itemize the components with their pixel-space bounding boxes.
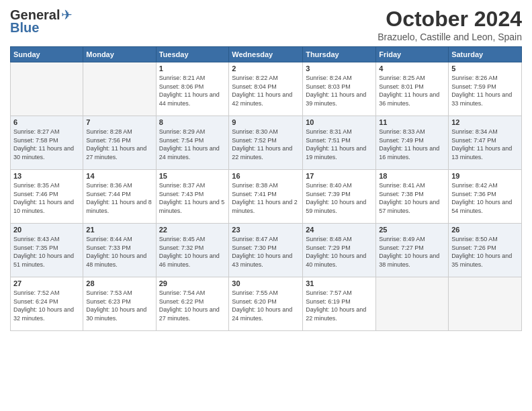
day-info: Sunrise: 8:42 AM Sunset: 7:36 PM Dayligh… [451, 181, 519, 215]
month-title: October 2024 [378, 7, 522, 32]
day-number: 26 [451, 226, 519, 234]
day-cell: 20Sunrise: 8:43 AM Sunset: 7:35 PM Dayli… [11, 224, 83, 277]
week-row-2: 6Sunrise: 8:27 AM Sunset: 7:58 PM Daylig… [11, 116, 522, 170]
day-cell: 27Sunrise: 7:52 AM Sunset: 6:24 PM Dayli… [11, 277, 83, 331]
day-number: 18 [379, 172, 445, 180]
day-info: Sunrise: 8:33 AM Sunset: 7:49 PM Dayligh… [379, 128, 445, 161]
day-info: Sunrise: 8:31 AM Sunset: 7:51 PM Dayligh… [306, 128, 373, 161]
day-cell: 24Sunrise: 8:48 AM Sunset: 7:29 PM Dayli… [303, 224, 376, 277]
day-cell: 15Sunrise: 8:37 AM Sunset: 7:43 PM Dayli… [156, 170, 229, 224]
day-info: Sunrise: 7:54 AM Sunset: 6:22 PM Dayligh… [159, 289, 226, 322]
day-number: 19 [451, 172, 519, 180]
day-info: Sunrise: 8:29 AM Sunset: 7:54 PM Dayligh… [159, 128, 226, 161]
day-number: 23 [232, 226, 300, 234]
day-number: 22 [159, 226, 226, 234]
day-info: Sunrise: 8:50 AM Sunset: 7:26 PM Dayligh… [451, 235, 519, 269]
day-info: Sunrise: 8:34 AM Sunset: 7:47 PM Dayligh… [451, 128, 519, 161]
day-number: 25 [379, 226, 445, 234]
day-number: 11 [379, 118, 445, 126]
day-cell [376, 277, 449, 331]
day-number: 24 [306, 226, 373, 234]
day-number: 1 [159, 64, 226, 73]
day-cell: 30Sunrise: 7:55 AM Sunset: 6:20 PM Dayli… [229, 277, 303, 331]
day-cell: 29Sunrise: 7:54 AM Sunset: 6:22 PM Dayli… [156, 277, 229, 331]
day-info: Sunrise: 8:30 AM Sunset: 7:52 PM Dayligh… [232, 128, 300, 161]
day-number: 9 [232, 118, 300, 126]
day-cell: 25Sunrise: 8:49 AM Sunset: 7:27 PM Dayli… [376, 224, 449, 277]
day-info: Sunrise: 8:28 AM Sunset: 7:56 PM Dayligh… [86, 128, 152, 161]
day-cell: 4Sunrise: 8:25 AM Sunset: 8:01 PM Daylig… [376, 62, 449, 116]
day-info: Sunrise: 8:37 AM Sunset: 7:43 PM Dayligh… [159, 181, 226, 215]
day-cell: 28Sunrise: 7:53 AM Sunset: 6:23 PM Dayli… [83, 277, 156, 331]
day-number: 12 [451, 118, 519, 126]
header-wednesday: Wednesday [229, 47, 303, 62]
day-info: Sunrise: 8:25 AM Sunset: 8:01 PM Dayligh… [379, 74, 445, 107]
logo: General ✈ Blue [10, 7, 73, 36]
calendar: Sunday Monday Tuesday Wednesday Thursday… [10, 46, 522, 331]
day-cell: 1Sunrise: 8:21 AM Sunset: 8:06 PM Daylig… [156, 62, 229, 116]
day-info: Sunrise: 7:52 AM Sunset: 6:24 PM Dayligh… [13, 289, 80, 322]
day-number: 21 [86, 226, 152, 234]
header: General ✈ Blue October 2024 Brazuelo, Ca… [10, 7, 522, 42]
day-info: Sunrise: 8:26 AM Sunset: 7:59 PM Dayligh… [451, 74, 519, 107]
day-info: Sunrise: 8:45 AM Sunset: 7:32 PM Dayligh… [159, 235, 226, 269]
day-cell: 26Sunrise: 8:50 AM Sunset: 7:26 PM Dayli… [449, 224, 522, 277]
day-info: Sunrise: 8:40 AM Sunset: 7:39 PM Dayligh… [306, 181, 373, 215]
header-friday: Friday [376, 47, 449, 62]
week-row-4: 20Sunrise: 8:43 AM Sunset: 7:35 PM Dayli… [11, 224, 522, 277]
day-cell: 6Sunrise: 8:27 AM Sunset: 7:58 PM Daylig… [11, 116, 83, 170]
day-cell: 8Sunrise: 8:29 AM Sunset: 7:54 PM Daylig… [156, 116, 229, 170]
day-info: Sunrise: 7:57 AM Sunset: 6:19 PM Dayligh… [306, 289, 373, 322]
day-cell: 31Sunrise: 7:57 AM Sunset: 6:19 PM Dayli… [303, 277, 376, 331]
title-area: October 2024 Brazuelo, Castille and Leon… [378, 7, 522, 42]
week-row-1: 1Sunrise: 8:21 AM Sunset: 8:06 PM Daylig… [11, 62, 522, 116]
header-saturday: Saturday [449, 47, 522, 62]
day-number: 13 [13, 172, 80, 180]
day-cell: 7Sunrise: 8:28 AM Sunset: 7:56 PM Daylig… [83, 116, 156, 170]
day-cell: 17Sunrise: 8:40 AM Sunset: 7:39 PM Dayli… [303, 170, 376, 224]
header-thursday: Thursday [303, 47, 376, 62]
day-cell: 11Sunrise: 8:33 AM Sunset: 7:49 PM Dayli… [376, 116, 449, 170]
day-info: Sunrise: 8:27 AM Sunset: 7:58 PM Dayligh… [13, 128, 80, 161]
day-number: 3 [306, 64, 373, 73]
day-number: 29 [159, 279, 226, 287]
day-info: Sunrise: 8:44 AM Sunset: 7:33 PM Dayligh… [86, 235, 152, 269]
day-cell: 13Sunrise: 8:35 AM Sunset: 7:46 PM Dayli… [11, 170, 83, 224]
day-number: 17 [306, 172, 373, 180]
weekday-header-row: Sunday Monday Tuesday Wednesday Thursday… [11, 47, 522, 62]
day-number: 2 [232, 64, 300, 73]
day-cell: 14Sunrise: 8:36 AM Sunset: 7:44 PM Dayli… [83, 170, 156, 224]
day-info: Sunrise: 8:35 AM Sunset: 7:46 PM Dayligh… [13, 181, 80, 215]
header-sunday: Sunday [11, 47, 83, 62]
day-info: Sunrise: 7:55 AM Sunset: 6:20 PM Dayligh… [232, 289, 300, 322]
day-number: 20 [13, 226, 80, 234]
day-info: Sunrise: 8:47 AM Sunset: 7:30 PM Dayligh… [232, 235, 300, 269]
day-info: Sunrise: 8:41 AM Sunset: 7:38 PM Dayligh… [379, 181, 445, 215]
week-row-3: 13Sunrise: 8:35 AM Sunset: 7:46 PM Dayli… [11, 170, 522, 224]
day-info: Sunrise: 7:53 AM Sunset: 6:23 PM Dayligh… [86, 289, 152, 322]
day-cell: 22Sunrise: 8:45 AM Sunset: 7:32 PM Dayli… [156, 224, 229, 277]
day-cell: 5Sunrise: 8:26 AM Sunset: 7:59 PM Daylig… [449, 62, 522, 116]
day-info: Sunrise: 8:21 AM Sunset: 8:06 PM Dayligh… [159, 74, 226, 107]
location: Brazuelo, Castille and Leon, Spain [378, 32, 522, 42]
day-cell: 2Sunrise: 8:22 AM Sunset: 8:04 PM Daylig… [229, 62, 303, 116]
day-cell [11, 62, 83, 116]
logo-blue: Blue [10, 20, 39, 36]
day-number: 10 [306, 118, 373, 126]
day-info: Sunrise: 8:36 AM Sunset: 7:44 PM Dayligh… [86, 181, 152, 215]
day-cell: 9Sunrise: 8:30 AM Sunset: 7:52 PM Daylig… [229, 116, 303, 170]
day-cell: 12Sunrise: 8:34 AM Sunset: 7:47 PM Dayli… [449, 116, 522, 170]
header-tuesday: Tuesday [156, 47, 229, 62]
logo-bird-icon: ✈ [61, 7, 73, 23]
day-info: Sunrise: 8:38 AM Sunset: 7:41 PM Dayligh… [232, 181, 300, 215]
day-number: 5 [451, 64, 519, 73]
day-cell: 16Sunrise: 8:38 AM Sunset: 7:41 PM Dayli… [229, 170, 303, 224]
day-number: 28 [86, 279, 152, 287]
day-number: 27 [13, 279, 80, 287]
day-cell [83, 62, 156, 116]
day-info: Sunrise: 8:49 AM Sunset: 7:27 PM Dayligh… [379, 235, 445, 269]
day-number: 31 [306, 279, 373, 287]
week-row-5: 27Sunrise: 7:52 AM Sunset: 6:24 PM Dayli… [11, 277, 522, 331]
day-number: 8 [159, 118, 226, 126]
day-cell: 10Sunrise: 8:31 AM Sunset: 7:51 PM Dayli… [303, 116, 376, 170]
